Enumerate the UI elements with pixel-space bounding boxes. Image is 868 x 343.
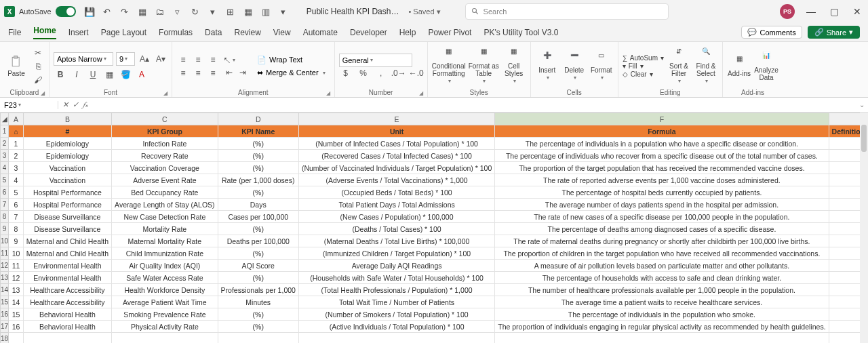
cell[interactable]: (Number of Smokers / Total Population) *… [298, 308, 494, 321]
merge-center-button[interactable]: ⬌ Merge & Center [252, 66, 330, 79]
cell[interactable]: The number of healthcare professionals a… [495, 284, 829, 296]
conditional-formatting-button[interactable]: ▦Conditional Formatting [432, 47, 466, 85]
align-left-icon[interactable]: ≡ [176, 67, 190, 79]
tab-utility[interactable]: PK's Utility Tool V3.0 [484, 28, 558, 37]
paste-button[interactable]: Paste [4, 55, 28, 77]
font-name-select[interactable]: Aptos Narrow [54, 52, 113, 66]
cell[interactable]: The percentage of hospital beds currentl… [495, 186, 829, 199]
qat-icon-3[interactable]: ▿ [172, 6, 183, 17]
enter-formula-icon[interactable]: ✓ [73, 100, 79, 109]
cell[interactable]: Physical Activity Rate [112, 321, 218, 333]
cell[interactable]: (%) [218, 223, 298, 235]
cell[interactable]: The percentage of households with access… [495, 272, 829, 284]
header-kpi-group[interactable]: KPI Group [112, 125, 218, 138]
italic-button[interactable]: I [70, 68, 83, 81]
cell[interactable]: Maternal and Child Health [23, 235, 111, 247]
align-center-icon[interactable]: ≡ [191, 67, 205, 79]
tab-review[interactable]: Review [234, 28, 260, 37]
row-header[interactable]: 13 [1, 272, 9, 284]
cancel-formula-icon[interactable]: ✕ [62, 100, 68, 109]
spreadsheet-grid[interactable]: ◢ A B C D E F 1 ⌂ # KPI Group KPI Name U… [0, 113, 868, 343]
cell[interactable]: 12 [9, 272, 23, 284]
row-header[interactable]: 14 [1, 284, 9, 296]
scrollbar-thumb[interactable] [861, 125, 867, 152]
cell[interactable]: Total Patient Days / Total Admissions [298, 199, 494, 211]
cell[interactable]: (%) [218, 186, 298, 199]
cell[interactable] [23, 333, 111, 344]
user-avatar[interactable]: PS [780, 4, 795, 19]
cell[interactable]: (%) [218, 138, 298, 150]
cell[interactable]: (%) [218, 308, 298, 321]
header-formula[interactable]: Formula [495, 125, 829, 138]
cell[interactable]: The percentage of individuals who recove… [495, 150, 829, 162]
header-number[interactable]: # [23, 125, 111, 138]
cell[interactable]: Cases per 100,000 [218, 211, 298, 223]
col-header-E[interactable]: E [298, 113, 494, 125]
cell[interactable]: Hospital Performance [23, 186, 111, 199]
increase-font-icon[interactable]: A▴ [138, 53, 151, 65]
cell[interactable]: Days [218, 199, 298, 211]
tab-help[interactable]: Help [399, 28, 416, 37]
wrap-text-button[interactable]: 📄 Wrap Text [252, 54, 330, 66]
copy-icon[interactable]: ⎘ [31, 60, 45, 73]
row-header[interactable]: 16 [1, 308, 9, 321]
row-header[interactable]: 11 [1, 247, 9, 260]
cell[interactable]: 1 [9, 138, 23, 150]
cell[interactable]: (Number of Infected Cases / Total Popula… [298, 138, 494, 150]
cell[interactable]: The rate of maternal deaths during pregn… [495, 235, 829, 247]
number-launcher-icon[interactable]: ◢ [419, 90, 423, 96]
orientation-icon[interactable]: ⭦ [222, 54, 236, 66]
increase-decimal-icon[interactable]: .0→ [392, 67, 406, 79]
cell[interactable]: (New Cases / Population) * 100,000 [298, 211, 494, 223]
cell[interactable]: Healthcare Accessibility [23, 296, 111, 308]
minimize-button[interactable]: — [804, 5, 818, 18]
cell[interactable]: The percentage of deaths among diagnosed… [495, 223, 829, 235]
cell[interactable]: Smoking Prevalence Rate [112, 308, 218, 321]
cell[interactable]: 5 [9, 186, 23, 199]
cell[interactable]: Infection Rate [112, 138, 218, 150]
format-as-table-button[interactable]: ▦Format as Table [469, 47, 499, 85]
clear-button[interactable]: ◇ Clear ▾ [623, 70, 664, 78]
row-header[interactable]: 4 [1, 162, 9, 174]
cell[interactable]: Healthcare Accessibility [23, 284, 111, 296]
decrease-font-icon[interactable]: A▾ [154, 53, 167, 65]
cell[interactable]: The average number of days patients spen… [495, 199, 829, 211]
tab-file[interactable]: File [8, 28, 21, 37]
cell[interactable]: (%) [218, 272, 298, 284]
fx-icon[interactable]: 𝑓ₓ [83, 100, 88, 109]
align-top-icon[interactable]: ≡ [176, 54, 190, 66]
cell[interactable]: (Immunized Children / Target Population)… [298, 247, 494, 260]
cell[interactable]: Child Immunization Rate [112, 247, 218, 260]
header-home-icon[interactable]: ⌂ [9, 125, 23, 138]
autosave-toggle[interactable] [56, 6, 76, 17]
tab-view[interactable]: View [273, 28, 291, 37]
cell[interactable]: The percentage of individuals in the pop… [495, 308, 829, 321]
align-bottom-icon[interactable]: ≡ [206, 54, 220, 66]
cell-styles-button[interactable]: ▦Cell Styles [502, 47, 526, 85]
cell[interactable]: New Case Detection Rate [112, 211, 218, 223]
redo-icon[interactable]: ↷ [119, 6, 130, 17]
cell[interactable]: (Households with Safe Water / Total Hous… [298, 272, 494, 284]
header-unit[interactable]: Unit [298, 125, 494, 138]
col-header-B[interactable]: B [23, 113, 111, 125]
cell[interactable]: 14 [9, 296, 23, 308]
cell[interactable] [9, 333, 23, 344]
cell[interactable]: (%) [218, 321, 298, 333]
qat-icon-2[interactable]: 🗂 [155, 6, 165, 17]
cell[interactable]: The average time a patient waits to rece… [495, 296, 829, 308]
align-middle-icon[interactable]: ≡ [191, 54, 205, 66]
col-header-F[interactable]: F [495, 113, 829, 125]
expand-formula-bar-icon[interactable]: ⌄ [856, 101, 868, 108]
cell[interactable]: Behavioral Health [23, 321, 111, 333]
bold-button[interactable]: B [54, 68, 67, 81]
cell[interactable]: 2 [9, 150, 23, 162]
tab-power-pivot[interactable]: Power Pivot [428, 28, 471, 37]
cell[interactable]: (%) [218, 247, 298, 260]
cell[interactable]: Epidemiology [23, 150, 111, 162]
cell[interactable]: The proportion of individuals engaging i… [495, 321, 829, 333]
row-header[interactable]: 17 [1, 321, 9, 333]
cell[interactable]: Environmental Health [23, 272, 111, 284]
cell[interactable]: AQI Score [218, 260, 298, 272]
cell[interactable]: 10 [9, 247, 23, 260]
row-header[interactable]: 12 [1, 260, 9, 272]
